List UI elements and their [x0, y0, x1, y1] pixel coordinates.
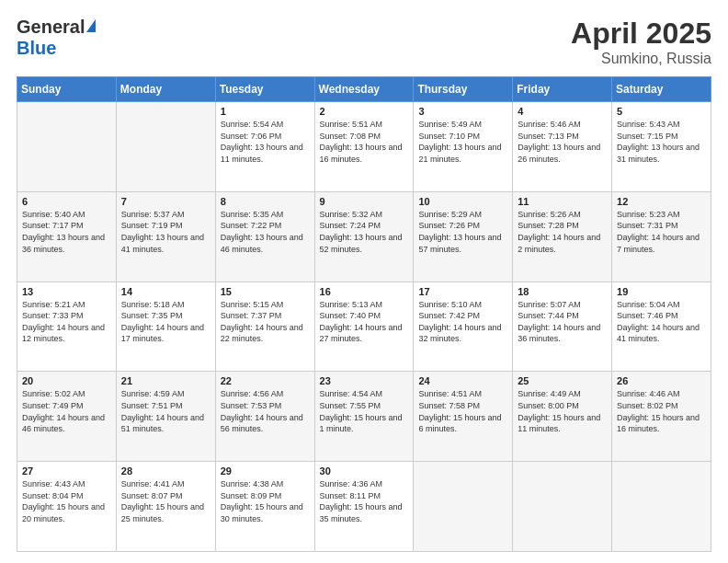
table-row: 9Sunrise: 5:32 AM Sunset: 7:24 PM Daylig… [314, 191, 414, 282]
table-row: 26Sunrise: 4:46 AM Sunset: 8:02 PM Dayli… [612, 372, 711, 462]
logo: General Blue [17, 17, 96, 59]
table-row: 18Sunrise: 5:07 AM Sunset: 7:44 PM Dayli… [513, 282, 612, 372]
table-row [612, 462, 711, 552]
day-info: Sunrise: 5:13 AM Sunset: 7:40 PM Dayligh… [320, 299, 409, 345]
day-info: Sunrise: 4:54 AM Sunset: 7:55 PM Dayligh… [320, 388, 409, 434]
day-number: 2 [320, 106, 409, 117]
day-info: Sunrise: 5:07 AM Sunset: 7:44 PM Dayligh… [518, 299, 607, 345]
table-row: 24Sunrise: 4:51 AM Sunset: 7:58 PM Dayli… [414, 372, 513, 462]
calendar-table: Sunday Monday Tuesday Wednesday Thursday… [17, 76, 711, 552]
day-number: 3 [418, 106, 507, 117]
table-row: 15Sunrise: 5:15 AM Sunset: 7:37 PM Dayli… [215, 282, 314, 372]
table-row: 16Sunrise: 5:13 AM Sunset: 7:40 PM Dayli… [314, 282, 414, 372]
day-info: Sunrise: 4:36 AM Sunset: 8:11 PM Dayligh… [320, 478, 409, 524]
col-tuesday: Tuesday [215, 77, 314, 102]
calendar-header-row: Sunday Monday Tuesday Wednesday Thursday… [17, 77, 711, 102]
day-info: Sunrise: 5:04 AM Sunset: 7:46 PM Dayligh… [617, 299, 706, 345]
day-number: 8 [221, 196, 310, 207]
table-row: 10Sunrise: 5:29 AM Sunset: 7:26 PM Dayli… [414, 191, 513, 282]
table-row: 29Sunrise: 4:38 AM Sunset: 8:09 PM Dayli… [215, 462, 314, 552]
header: General Blue April 2025 Sumkino, Russia [17, 17, 711, 67]
col-sunday: Sunday [17, 77, 117, 102]
day-number: 4 [518, 106, 607, 117]
day-number: 14 [121, 286, 210, 297]
logo-general-text: General [17, 17, 85, 38]
day-info: Sunrise: 5:26 AM Sunset: 7:28 PM Dayligh… [518, 209, 607, 255]
day-info: Sunrise: 5:37 AM Sunset: 7:19 PM Dayligh… [121, 209, 210, 255]
day-info: Sunrise: 5:32 AM Sunset: 7:24 PM Dayligh… [320, 209, 409, 255]
calendar-week-row: 6Sunrise: 5:40 AM Sunset: 7:17 PM Daylig… [17, 191, 711, 282]
day-info: Sunrise: 5:10 AM Sunset: 7:42 PM Dayligh… [418, 299, 507, 345]
day-info: Sunrise: 5:40 AM Sunset: 7:17 PM Dayligh… [22, 209, 111, 255]
day-number: 16 [320, 286, 409, 297]
table-row: 14Sunrise: 5:18 AM Sunset: 7:35 PM Dayli… [116, 282, 215, 372]
day-info: Sunrise: 5:02 AM Sunset: 7:49 PM Dayligh… [22, 388, 111, 434]
day-number: 10 [418, 196, 507, 207]
day-info: Sunrise: 5:46 AM Sunset: 7:13 PM Dayligh… [518, 119, 607, 165]
day-number: 7 [121, 196, 210, 207]
table-row: 17Sunrise: 5:10 AM Sunset: 7:42 PM Dayli… [414, 282, 513, 372]
day-info: Sunrise: 4:46 AM Sunset: 8:02 PM Dayligh… [617, 388, 706, 434]
day-number: 28 [121, 465, 210, 477]
day-number: 17 [418, 286, 507, 297]
table-row: 19Sunrise: 5:04 AM Sunset: 7:46 PM Dayli… [612, 282, 711, 372]
day-info: Sunrise: 5:15 AM Sunset: 7:37 PM Dayligh… [221, 299, 310, 345]
day-number: 12 [617, 196, 706, 207]
day-info: Sunrise: 5:54 AM Sunset: 7:06 PM Dayligh… [221, 119, 310, 165]
page: General Blue April 2025 Sumkino, Russia … [0, 0, 728, 563]
day-number: 23 [320, 375, 409, 386]
day-info: Sunrise: 5:43 AM Sunset: 7:15 PM Dayligh… [617, 119, 706, 165]
day-info: Sunrise: 5:35 AM Sunset: 7:22 PM Dayligh… [221, 209, 310, 255]
col-friday: Friday [513, 77, 612, 102]
table-row: 30Sunrise: 4:36 AM Sunset: 8:11 PM Dayli… [314, 462, 414, 552]
day-info: Sunrise: 4:49 AM Sunset: 8:00 PM Dayligh… [518, 388, 607, 434]
day-info: Sunrise: 5:49 AM Sunset: 7:10 PM Dayligh… [418, 119, 507, 165]
day-info: Sunrise: 5:21 AM Sunset: 7:33 PM Dayligh… [22, 299, 111, 345]
calendar-week-row: 27Sunrise: 4:43 AM Sunset: 8:04 PM Dayli… [17, 462, 711, 552]
day-info: Sunrise: 5:23 AM Sunset: 7:31 PM Dayligh… [617, 209, 706, 255]
day-number: 18 [518, 286, 607, 297]
day-info: Sunrise: 5:18 AM Sunset: 7:35 PM Dayligh… [121, 299, 210, 345]
day-number: 30 [320, 465, 409, 477]
day-info: Sunrise: 4:51 AM Sunset: 7:58 PM Dayligh… [418, 388, 507, 434]
day-number: 15 [221, 286, 310, 297]
day-info: Sunrise: 5:51 AM Sunset: 7:08 PM Dayligh… [320, 119, 409, 165]
table-row: 8Sunrise: 5:35 AM Sunset: 7:22 PM Daylig… [215, 191, 314, 282]
col-thursday: Thursday [414, 77, 513, 102]
table-row: 4Sunrise: 5:46 AM Sunset: 7:13 PM Daylig… [513, 102, 612, 192]
table-row: 13Sunrise: 5:21 AM Sunset: 7:33 PM Dayli… [17, 282, 117, 372]
table-row [17, 102, 117, 192]
table-row: 11Sunrise: 5:26 AM Sunset: 7:28 PM Dayli… [513, 191, 612, 282]
day-info: Sunrise: 4:43 AM Sunset: 8:04 PM Dayligh… [22, 478, 111, 524]
table-row [414, 462, 513, 552]
table-row: 21Sunrise: 4:59 AM Sunset: 7:51 PM Dayli… [116, 372, 215, 462]
col-monday: Monday [116, 77, 215, 102]
table-row: 7Sunrise: 5:37 AM Sunset: 7:19 PM Daylig… [116, 191, 215, 282]
day-info: Sunrise: 4:56 AM Sunset: 7:53 PM Dayligh… [221, 388, 310, 434]
day-info: Sunrise: 4:59 AM Sunset: 7:51 PM Dayligh… [121, 388, 210, 434]
calendar-week-row: 20Sunrise: 5:02 AM Sunset: 7:49 PM Dayli… [17, 372, 711, 462]
table-row: 22Sunrise: 4:56 AM Sunset: 7:53 PM Dayli… [215, 372, 314, 462]
day-number: 11 [518, 196, 607, 207]
logo-triangle-icon [86, 19, 96, 32]
title-area: April 2025 Sumkino, Russia [571, 17, 711, 67]
day-number: 20 [22, 375, 111, 386]
table-row: 12Sunrise: 5:23 AM Sunset: 7:31 PM Dayli… [612, 191, 711, 282]
table-row: 3Sunrise: 5:49 AM Sunset: 7:10 PM Daylig… [414, 102, 513, 192]
day-number: 21 [121, 375, 210, 386]
table-row: 27Sunrise: 4:43 AM Sunset: 8:04 PM Dayli… [17, 462, 117, 552]
day-number: 26 [617, 375, 706, 386]
table-row: 25Sunrise: 4:49 AM Sunset: 8:00 PM Dayli… [513, 372, 612, 462]
logo-blue-text: Blue [17, 38, 56, 59]
day-number: 29 [221, 465, 310, 477]
table-row: 28Sunrise: 4:41 AM Sunset: 8:07 PM Dayli… [116, 462, 215, 552]
table-row: 2Sunrise: 5:51 AM Sunset: 7:08 PM Daylig… [314, 102, 414, 192]
table-row [513, 462, 612, 552]
col-saturday: Saturday [612, 77, 711, 102]
day-number: 5 [617, 106, 706, 117]
day-number: 9 [320, 196, 409, 207]
table-row: 20Sunrise: 5:02 AM Sunset: 7:49 PM Dayli… [17, 372, 117, 462]
day-info: Sunrise: 4:41 AM Sunset: 8:07 PM Dayligh… [121, 478, 210, 524]
day-number: 1 [221, 106, 310, 117]
table-row: 5Sunrise: 5:43 AM Sunset: 7:15 PM Daylig… [612, 102, 711, 192]
